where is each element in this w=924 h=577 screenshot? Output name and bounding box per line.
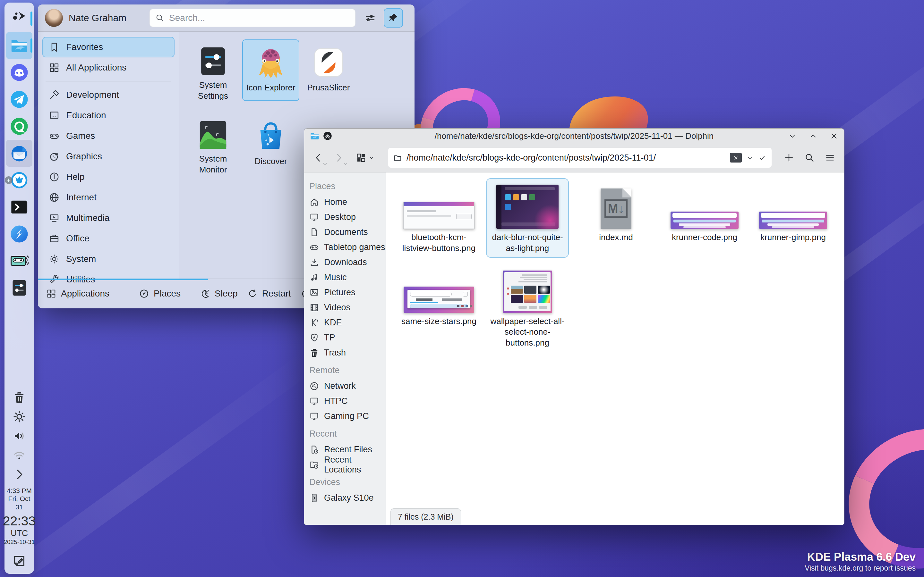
file-item[interactable]: bluetooth-kcm-listview-buttons.png	[397, 178, 480, 258]
places-item-gaming-pc[interactable]: Gaming PC	[304, 409, 386, 424]
app-tile-label: System Settings	[185, 80, 241, 102]
footer-tab-applications[interactable]: Applications	[46, 288, 110, 299]
app-tile-prusaslicer[interactable]: PrusaSlicer	[300, 39, 357, 101]
footer-action-sleep[interactable]: Sleep	[200, 288, 238, 299]
places-item-network[interactable]: Network	[304, 379, 386, 394]
utc-clock-widget[interactable]: 22:33 UTC 2025-10-31	[3, 514, 36, 546]
user-avatar[interactable]	[45, 9, 63, 27]
expand-chevron-tray-button[interactable]	[6, 465, 32, 484]
app-tile-system-monitor[interactable]: System Monitor	[184, 113, 242, 175]
local-time: 4:33 PM	[7, 487, 32, 495]
location-path[interactable]: /home/nate/kde/src/blogs-kde-org/content…	[407, 153, 725, 163]
forward-button[interactable]	[332, 149, 346, 166]
discord-task-button[interactable]	[6, 59, 32, 86]
music-icon	[309, 272, 319, 282]
cassette-player-task-button[interactable]	[6, 247, 32, 274]
sidebar-item-internet[interactable]: Internet	[42, 187, 174, 208]
file-item[interactable]: M↓index.md	[575, 178, 657, 258]
dolphin-task-button[interactable]	[6, 32, 32, 59]
sidebar-item-all-applications[interactable]: All Applications	[42, 57, 174, 78]
konsole-task-button[interactable]	[6, 193, 32, 221]
note-icon	[12, 554, 27, 568]
sidebar-item-system[interactable]: System	[42, 249, 174, 269]
sidebar-item-favorites[interactable]: Favorites	[42, 37, 174, 57]
location-bar[interactable]: /home/nate/kde/src/blogs-kde-org/content…	[388, 148, 772, 168]
brightness-tray-button[interactable]	[6, 407, 32, 426]
local-clock-widget[interactable]: 4:33 PM Fri, Oct 31	[7, 487, 32, 511]
chevron-down-icon[interactable]	[746, 154, 754, 161]
configure-button[interactable]	[361, 9, 379, 27]
sidebar-item-games[interactable]: Games	[42, 126, 174, 146]
footer-tab-places[interactable]: Places	[139, 288, 181, 299]
search-input[interactable]	[168, 13, 350, 23]
places-item-downloads[interactable]: Downloads	[304, 255, 386, 270]
launcher-search-field[interactable]	[150, 9, 355, 27]
places-item-music[interactable]: Music	[304, 270, 386, 285]
places-item-home[interactable]: Home	[304, 195, 386, 210]
app-launcher-button[interactable]	[6, 5, 32, 32]
back-button[interactable]	[311, 149, 325, 166]
folder-view[interactable]: bluetooth-kcm-listview-buttons.pngdark-b…	[386, 172, 844, 525]
places-item-label: Network	[324, 381, 356, 391]
chevron-up-badge-icon[interactable]	[323, 131, 333, 141]
hammer-icon	[49, 89, 60, 100]
viewmode-icon	[355, 152, 367, 163]
places-item-kde[interactable]: KDE	[304, 315, 386, 330]
confirm-location-button[interactable]	[758, 153, 766, 162]
sidebar-item-development[interactable]: Development	[42, 85, 174, 105]
file-thumbnail-markdown: M↓	[601, 189, 632, 229]
note-widget-button[interactable]	[6, 551, 32, 571]
green-swirl-app-task-button[interactable]	[6, 113, 32, 140]
close-button[interactable]	[830, 132, 838, 140]
hamburger-menu-button[interactable]	[823, 150, 837, 165]
thunderbird-task-button[interactable]	[6, 140, 32, 167]
volume-tray-button[interactable]	[6, 426, 32, 446]
sidebar-item-office[interactable]: Office	[42, 228, 174, 249]
footer-action-restart[interactable]: Restart	[247, 288, 291, 299]
sidebar-item-education[interactable]: Education	[42, 105, 174, 126]
maximize-button[interactable]	[809, 132, 817, 140]
file-item[interactable]: wallpaper-select-all-select-none-buttons…	[486, 262, 569, 352]
sidebar-item-help[interactable]: Help	[42, 167, 174, 187]
file-thumb-zone: M↓	[601, 181, 632, 229]
places-item-tabletop-games[interactable]: Tabletop games	[304, 240, 386, 255]
places-item-htpc[interactable]: HTPC	[304, 394, 386, 409]
app-tile-icon-explorer[interactable]: Icon Explorer	[242, 39, 299, 101]
places-item-videos[interactable]: Videos	[304, 300, 386, 315]
file-item[interactable]: krunner-gimp.png	[752, 178, 835, 258]
telegram-task-button[interactable]	[6, 86, 32, 113]
clear-text-button[interactable]	[730, 153, 742, 163]
places-item-desktop[interactable]: Desktop	[304, 210, 386, 225]
sidebar-item-graphics[interactable]: Graphics	[42, 146, 174, 167]
app-tile-discover[interactable]: Discover	[242, 113, 299, 175]
file-item[interactable]: krunner-code.png	[663, 178, 746, 258]
blue-swirl-app-icon	[10, 225, 29, 243]
places-item-trash[interactable]: Trash	[304, 345, 386, 360]
network-wifi-tray-button[interactable]	[6, 446, 32, 465]
sidebar-item-label: Office	[66, 234, 89, 243]
system-settings-dark-task-button[interactable]	[6, 274, 32, 301]
places-item-documents[interactable]: Documents	[304, 225, 386, 240]
pin-button[interactable]	[384, 8, 403, 27]
librewolf-icon	[10, 171, 29, 189]
dolphin-app-icon[interactable]	[310, 131, 320, 141]
places-item-recent-locations[interactable]: Recent Locations	[304, 457, 386, 472]
librewolf-task-button[interactable]: +	[6, 167, 32, 193]
places-item-tp[interactable]: TP	[304, 330, 386, 345]
split-view-button[interactable]	[782, 150, 796, 165]
file-item[interactable]: same-size-stars.png	[397, 262, 480, 352]
file-thumb-zone	[496, 181, 559, 229]
minimize-button[interactable]	[788, 132, 796, 140]
app-tile-system-settings[interactable]: System Settings	[184, 39, 242, 101]
file-thumbnail-krunner	[759, 211, 827, 229]
app-tile-label: System Monitor	[185, 153, 241, 175]
file-item[interactable]: dark-blur-not-quite-as-light.png	[486, 178, 569, 258]
trash-tray-button[interactable]	[6, 388, 32, 407]
search-button[interactable]	[803, 150, 817, 165]
sidebar-item-multimedia[interactable]: Multimedia	[42, 208, 174, 228]
dolphin-titlebar[interactable]: /home/nate/kde/src/blogs-kde-org/content…	[304, 129, 844, 143]
places-item-pictures[interactable]: Pictures	[304, 285, 386, 300]
view-mode-button[interactable]	[355, 152, 375, 163]
places-item-galaxy-s10e[interactable]: Galaxy S10e	[304, 490, 386, 506]
blue-swirl-app-task-button[interactable]	[6, 221, 32, 247]
